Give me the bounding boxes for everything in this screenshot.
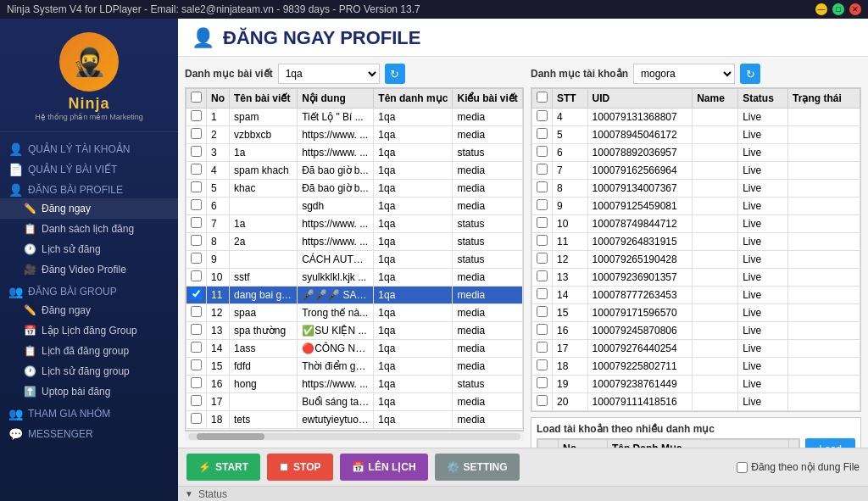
row-checkbox[interactable] — [191, 217, 202, 228]
minimize-button[interactable]: — — [815, 3, 827, 15]
acc-row-checkbox[interactable] — [537, 253, 548, 264]
select-all-checkbox[interactable] — [191, 92, 202, 103]
sidebar-section-accounts[interactable]: 👤 QUẢN LÝ TÀI KHOẢN — [0, 137, 178, 158]
row-checkbox[interactable] — [191, 199, 202, 210]
acc-row-checkbox[interactable] — [537, 377, 548, 388]
acc-row-checkbox[interactable] — [537, 146, 548, 157]
row-checkbox[interactable] — [191, 324, 202, 335]
row-checkbox[interactable] — [191, 181, 202, 192]
stop-button[interactable]: ⏹ STOP — [267, 454, 332, 481]
row-checkbox[interactable] — [191, 395, 202, 406]
acc-row-checkbox[interactable] — [537, 235, 548, 246]
sidebar-item-schedule-list[interactable]: 📋 Danh sách lịch đăng — [0, 219, 178, 239]
acc-row-checkbox[interactable] — [537, 359, 548, 370]
table-row[interactable]: 18 100079225802711 Live — [532, 358, 860, 376]
sidebar-item-post-now[interactable]: ✏️ Đăng ngay — [0, 198, 178, 219]
row-checkbox[interactable] — [191, 342, 202, 353]
table-row[interactable]: 8 2a https://www. ... 1qa status — [186, 233, 523, 251]
table-row[interactable]: 4 100079131368807 Live — [532, 109, 860, 126]
acc-row-checkbox[interactable] — [537, 306, 548, 317]
sidebar-section-group[interactable]: 👥 ĐĂNG BÀI GROUP — [0, 280, 178, 300]
table-row[interactable]: 13 spa thường ✅SU KIỆN ... 1qa media — [186, 322, 523, 340]
left-panel-select[interactable]: 1qa — [278, 64, 380, 84]
table-row[interactable]: 14 1ass 🔴CÔNG NGH... 1qa media — [186, 340, 523, 358]
table-row[interactable]: 15 100079171596570 Live — [532, 304, 860, 322]
table-row[interactable]: 10 sstf syulkklkl.kjk ... 1qa media — [186, 269, 523, 287]
row-checkbox[interactable] — [191, 110, 202, 121]
sidebar-section-join-group[interactable]: 👥 THAM GIA NHÓM — [0, 402, 178, 422]
schedule-button[interactable]: 📅 LÊN LỊCH — [340, 454, 428, 481]
sidebar-item-video-profile[interactable]: 🎥 Đăng Video Profile — [0, 259, 178, 280]
table-row[interactable]: 5 100078945046172 Live — [532, 126, 860, 144]
acc-row-checkbox[interactable] — [537, 181, 548, 192]
acc-row-checkbox[interactable] — [537, 324, 548, 335]
setting-button[interactable]: ⚙️ SETTING — [435, 454, 520, 481]
table-row[interactable]: 1 spam Tiết Lộ " Bí ... 1qa media — [186, 109, 523, 126]
sidebar-item-group-schedule[interactable]: 📅 Lập Lịch đăng Group — [0, 320, 178, 341]
table-row[interactable]: 9 CÁCH AUTO ... 1qa status — [186, 251, 523, 269]
acc-row-checkbox[interactable] — [537, 270, 548, 281]
right-panel-refresh-button[interactable]: ↻ — [740, 64, 760, 84]
file-check-checkbox[interactable] — [737, 462, 748, 473]
table-row[interactable]: 20 100079111418516 Live — [532, 393, 860, 411]
acc-row-checkbox[interactable] — [537, 110, 548, 121]
table-row[interactable]: 7 1a https://www. ... 1qa status — [186, 215, 523, 233]
start-button[interactable]: ⚡ START — [186, 454, 260, 481]
table-row[interactable]: 13 100079236901357 Live — [532, 269, 860, 287]
sidebar-section-messenger[interactable]: 💬 MESSENGER — [0, 422, 178, 443]
acc-row-checkbox[interactable] — [537, 164, 548, 175]
table-row[interactable]: 4 spam khach Đã bao giờ b... 1qa media — [186, 162, 523, 180]
table-row[interactable]: 15 fdfd Thời điểm gà... 1qa media — [186, 358, 523, 376]
table-row[interactable]: 11 100079264831915 Live — [532, 233, 860, 251]
acc-row-checkbox[interactable] — [537, 395, 548, 406]
row-checkbox[interactable] — [191, 413, 202, 424]
row-checkbox[interactable] — [191, 306, 202, 317]
table-row[interactable]: 17 Buổi sáng tai... 1qa media — [186, 393, 523, 411]
row-checkbox[interactable] — [191, 235, 202, 246]
sidebar-item-history[interactable]: 🕐 Lịch sử đăng — [0, 239, 178, 259]
acc-row-checkbox[interactable] — [537, 217, 548, 228]
row-checkbox[interactable] — [191, 128, 202, 139]
table-row[interactable]: 16 100079245870806 Live — [532, 322, 860, 340]
table-row[interactable]: 12 spaa Trong thế nà... 1qa media — [186, 304, 523, 322]
select-all-acc-checkbox[interactable] — [537, 92, 548, 103]
acc-row-checkbox[interactable] — [537, 288, 548, 299]
row-checkbox[interactable] — [191, 270, 202, 281]
sidebar-item-uptop[interactable]: ⬆️ Uptop bài đăng — [0, 381, 178, 402]
table-row[interactable]: 14 100078777263453 Live — [532, 287, 860, 304]
table-row[interactable]: 17 100079276440254 Live — [532, 340, 860, 358]
row-checkbox[interactable] — [191, 288, 202, 299]
row-checkbox[interactable] — [191, 359, 202, 370]
table-row[interactable]: 7 100079162566964 Live — [532, 162, 860, 180]
sidebar-item-group-history[interactable]: 🕐 Lịch sử đăng group — [0, 361, 178, 381]
table-row[interactable]: 10 100078749844712 Live — [532, 215, 860, 233]
maximize-button[interactable]: □ — [832, 3, 844, 15]
sidebar-item-group-scheduled[interactable]: 📋 Lịch đã đăng group — [0, 341, 178, 361]
table-row[interactable]: 8 100079134007367 Live — [532, 180, 860, 198]
table-row[interactable]: 9 100079125459081 Live — [532, 198, 860, 215]
table-row[interactable]: 11 dang bai groups 🎤🎤🎤 SAL... 1qa media — [186, 287, 523, 304]
left-scrollbar-thumb[interactable] — [197, 433, 264, 440]
row-checkbox[interactable] — [191, 377, 202, 388]
row-checkbox[interactable] — [191, 164, 202, 175]
acc-row-checkbox[interactable] — [537, 199, 548, 210]
right-panel-select[interactable]: mogora — [633, 64, 735, 84]
left-panel-refresh-button[interactable]: ↻ — [385, 64, 405, 84]
sidebar-section-posts[interactable]: 📄 QUẢN LÝ BÀI VIẾT — [0, 158, 178, 178]
table-row[interactable]: 18 tets ewtutyieytuoi... 1qa media — [186, 411, 523, 429]
table-row[interactable]: 19 100079238761449 Live — [532, 376, 860, 393]
table-row[interactable]: 12 100079265190428 Live — [532, 251, 860, 269]
table-row[interactable]: 6 sgdh 1qa media — [186, 198, 523, 215]
table-row[interactable]: 16 hong https://www. ... 1qa status — [186, 376, 523, 393]
acc-row-checkbox[interactable] — [537, 128, 548, 139]
close-button[interactable]: ✕ — [849, 3, 861, 15]
table-row[interactable]: 6 100078892036957 Live — [532, 144, 860, 162]
sidebar-item-group-post-now[interactable]: ✏️ Đăng ngay — [0, 300, 178, 320]
acc-row-checkbox[interactable] — [537, 342, 548, 353]
load-button[interactable]: Load — [805, 438, 855, 448]
table-row[interactable]: 5 khac Đã bao giờ b... 1qa media — [186, 180, 523, 198]
table-row[interactable]: 3 1a https://www. ... 1qa status — [186, 144, 523, 162]
row-checkbox[interactable] — [191, 146, 202, 157]
row-checkbox[interactable] — [191, 253, 202, 264]
sidebar-section-profile[interactable]: 👤 ĐĂNG BÀI PROFILE — [0, 178, 178, 198]
